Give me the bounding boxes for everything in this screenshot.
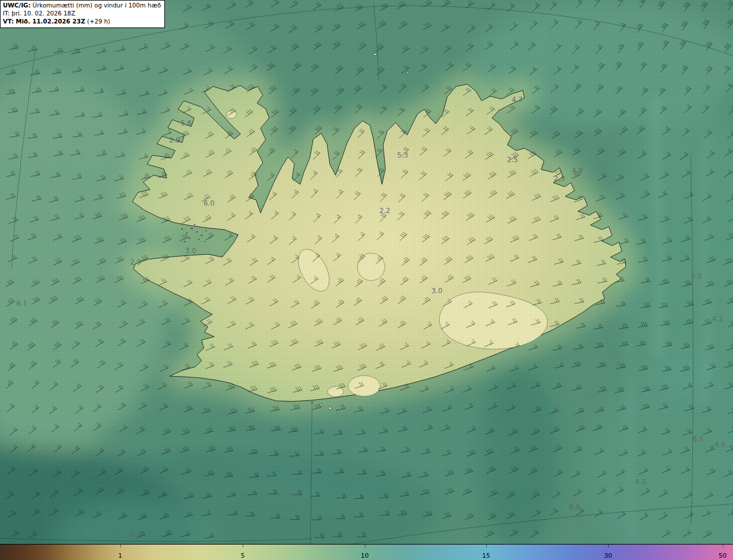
colorbar-tickmark	[486, 545, 487, 547]
value-label: 3.0	[185, 247, 196, 255]
colorbar-tickmark	[120, 545, 121, 547]
stipple-texture	[0, 0, 733, 544]
valid-time: VT: Mið. 11.02.2026 23Z (+29 h)	[3, 18, 161, 26]
colorbar-tick-label: 1	[119, 552, 123, 559]
value-label: 6.0	[203, 199, 214, 207]
value-label: 2.2	[379, 207, 390, 215]
value-label: 2.3	[554, 175, 565, 183]
init-time: IT: þri. 10. 02. 2026 18Z	[3, 10, 161, 18]
value-label: 2.5	[507, 156, 518, 164]
value-label: 8.1	[130, 530, 141, 538]
value-label: 6.1	[16, 299, 27, 307]
map-title: UWC/IG: Úrkomumætti (mm) og vindur i 100…	[3, 2, 161, 10]
colorbar-tick-label: 10	[361, 552, 369, 559]
value-label: 5.3	[397, 151, 408, 159]
colorbar-tickmark	[243, 545, 243, 547]
value-label: 2.9	[130, 258, 141, 266]
value-label: 3.0	[431, 287, 442, 295]
colorbar-tick-label: 15	[482, 552, 490, 559]
value-label: 5.6	[180, 119, 191, 127]
parameter-description: Úrkomumætti (mm) og vindur i 100m hæð	[30, 2, 161, 9]
title-box: UWC/IG: Úrkomumætti (mm) og vindur i 100…	[0, 0, 165, 28]
colorbar: 1510153050	[0, 544, 733, 560]
valid-time-offset: (+29 h)	[85, 18, 111, 25]
value-label: 6.5	[635, 478, 646, 486]
colorbar-tick-label: 50	[719, 552, 727, 559]
value-label: 4.2	[712, 315, 723, 323]
colorbar-tickmark	[723, 545, 723, 547]
colorbar-tickmark	[608, 545, 609, 547]
value-label: 6.9	[569, 503, 580, 511]
model-name: UWC/IG:	[3, 2, 30, 9]
value-label: 6.5	[692, 435, 703, 443]
value-label: 4.6	[714, 441, 725, 449]
value-label: 5.5	[691, 272, 702, 280]
colorbar-tick-label: 30	[604, 552, 612, 559]
colorbar-ticks: 1510153050	[0, 545, 733, 560]
valid-time-bold: VT: Mið. 11.02.2026 23Z	[3, 18, 85, 25]
weather-map-image: 4.75.62.95.32.54.82.36.02.23.02.95.53.06…	[0, 0, 733, 560]
value-label: 4.8	[572, 167, 582, 175]
colorbar-tickmark	[365, 545, 365, 547]
value-label: 4.7	[511, 96, 522, 104]
colorbar-tick-label: 5	[241, 552, 245, 559]
value-label: 2.9	[169, 136, 180, 144]
weather-map: 4.75.62.95.32.54.82.36.02.23.02.95.53.06…	[0, 0, 733, 544]
